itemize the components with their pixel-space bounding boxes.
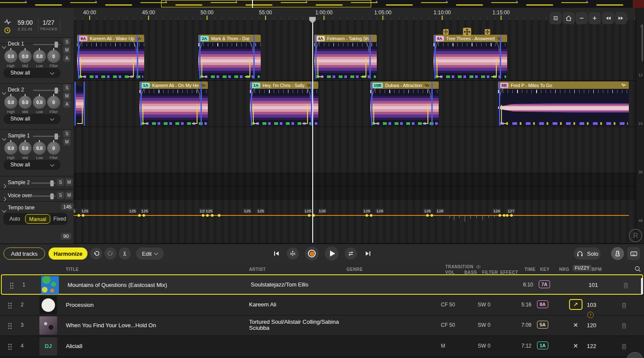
add-tracks-button[interactable]: Add tracks — [3, 247, 45, 260]
delete-track-button[interactable] — [620, 322, 628, 329]
fade-bracket[interactable] — [80, 58, 86, 77]
timeline-lanes[interactable]: 9AKareem Ali - Wake Up2AMark & Thom - Da… — [74, 20, 636, 243]
clip-header[interactable]: 1AHey, I'm Chris - Sally — [250, 81, 318, 89]
fuzzy-status[interactable]: ↗ — [569, 299, 583, 310]
redo-button[interactable] — [104, 247, 117, 260]
clip-header[interactable]: 2AMark & Thom - Dar — [198, 35, 261, 42]
button-s[interactable]: S — [57, 192, 64, 199]
button-s[interactable]: S — [63, 130, 71, 137]
delete-track-button[interactable] — [620, 301, 628, 309]
fade-bracket[interactable] — [192, 105, 197, 124]
clip-header[interactable]: 8BFred P - Miles To Go — [498, 81, 629, 89]
tempo-point[interactable] — [202, 214, 204, 217]
tempo-point[interactable] — [308, 214, 311, 217]
knob-mid[interactable]: 0.0 — [19, 142, 32, 155]
tempo-point[interactable] — [206, 214, 209, 217]
track-filter-dropdown[interactable]: Show all — [3, 114, 61, 124]
timeline-clip[interactable]: 2AMark & Thom - Dar — [198, 35, 261, 79]
col-nrg[interactable]: NRG — [559, 267, 569, 272]
timeline-clip[interactable] — [74, 81, 85, 126]
solo-button[interactable]: Solo — [574, 247, 601, 260]
fade-bracket[interactable] — [128, 58, 134, 77]
timeline-clip[interactable]: 1AHey, I'm Chris - Sally — [250, 81, 318, 126]
timeline-clip[interactable]: 9AKareem Ali - Wake Up — [77, 35, 144, 79]
tempo-mode-auto[interactable]: Auto — [5, 214, 24, 224]
col-bpm[interactable]: BPM — [592, 267, 602, 272]
knob-filter[interactable]: 0 — [47, 96, 60, 109]
clip-boundary[interactable] — [499, 81, 500, 126]
slider-handle[interactable] — [50, 180, 54, 186]
tempo-mode-fixed[interactable]: Fixed — [51, 214, 68, 224]
clip-boundary[interactable] — [315, 35, 317, 79]
fade-bracket[interactable] — [501, 105, 507, 124]
button-a[interactable]: A — [63, 55, 71, 62]
drag-handle[interactable] — [8, 322, 12, 329]
col-artist[interactable]: ARTIST — [249, 267, 266, 272]
tempo-mode-manual[interactable]: Manual — [25, 214, 50, 224]
track-filter-dropdown[interactable]: Show all — [3, 160, 61, 170]
move-handle-icon[interactable] — [443, 29, 449, 35]
fade-bracket[interactable] — [253, 105, 259, 124]
timeline-clip[interactable]: 8ATree Threes - Answered — [434, 35, 507, 79]
clip-boundary[interactable] — [84, 81, 85, 126]
fade-bracket[interactable] — [201, 58, 207, 77]
tempo-point[interactable] — [430, 214, 433, 217]
fade-bracket[interactable] — [437, 58, 442, 77]
fade-bracket[interactable] — [245, 58, 250, 77]
button-s[interactable]: S — [63, 84, 71, 91]
slider-handle[interactable] — [55, 42, 58, 48]
clip-boundary[interactable] — [137, 35, 138, 79]
fuzzy-match-button[interactable]: ↗ — [569, 299, 583, 310]
volume-slider[interactable] — [31, 195, 55, 197]
clip-header[interactable]: 4AFelmann - Taking Sh — [314, 35, 377, 42]
knob-filter[interactable]: 0 — [47, 50, 60, 63]
chevron-down-icon[interactable] — [3, 42, 6, 50]
tempo-point[interactable] — [211, 214, 214, 217]
chevron-down-icon[interactable] — [3, 134, 6, 142]
volume-slider[interactable] — [33, 44, 60, 45]
button-s[interactable]: S — [57, 179, 64, 186]
fast-forward-button[interactable] — [615, 12, 627, 24]
timeline-clip[interactable]: 8BFred P - Miles To Go — [498, 81, 629, 126]
fade-bracket[interactable] — [77, 105, 83, 124]
delete-track-button[interactable] — [620, 342, 628, 350]
drag-handle[interactable] — [10, 282, 13, 289]
knob-high[interactable]: 0.0 — [4, 96, 17, 109]
move-handle-icon[interactable] — [485, 29, 490, 35]
drag-handle[interactable] — [8, 302, 12, 309]
volume-slider[interactable] — [33, 90, 60, 91]
chevron-down-icon[interactable] — [3, 88, 6, 96]
chevron-right-icon[interactable] — [3, 182, 6, 189]
table-row[interactable]: 1Mountains of Questions (Eastcoast Mix)S… — [1, 274, 643, 295]
fuzzy-status[interactable]: ✕ — [569, 341, 583, 351]
timeline-clip[interactable]: 1AKareem Ali - On My Hea — [139, 81, 208, 126]
metronome-button[interactable] — [611, 247, 624, 260]
button-m[interactable]: M — [63, 138, 71, 146]
knob-mid[interactable]: 0.0 — [19, 50, 32, 63]
timeline-scrollbar[interactable] — [641, 24, 643, 61]
tempo-point[interactable] — [142, 214, 145, 217]
col-genre[interactable]: GENRE — [346, 267, 363, 272]
tempo-max-value[interactable]: 145 — [61, 203, 74, 210]
button-m[interactable]: M — [63, 92, 71, 100]
tempo-point[interactable] — [370, 214, 372, 217]
fade-bracket[interactable] — [373, 105, 379, 124]
timeline-clip[interactable]: 10BDukwa - Attraction — [370, 81, 439, 126]
fade-bracket[interactable] — [317, 58, 323, 77]
knob-high[interactable]: 0.0 — [4, 50, 17, 63]
search-icon[interactable] — [634, 265, 641, 273]
volume-slider[interactable] — [33, 136, 60, 137]
table-row[interactable]: 2ProcessionKareem AliCF 50SW 05:168A↗103… — [0, 295, 644, 316]
drag-handle[interactable] — [8, 343, 12, 350]
knob-low[interactable]: 0.0 — [33, 50, 46, 63]
col-fuzzy[interactable]: FUZZY — [573, 266, 592, 270]
clip-boundary[interactable] — [74, 81, 76, 126]
fuzzy-status[interactable] — [570, 280, 584, 290]
delete-track-button[interactable] — [622, 281, 630, 289]
col-title[interactable]: TITLE — [66, 267, 79, 272]
chevron-down-icon[interactable] — [3, 206, 6, 214]
knob-high[interactable]: 0.0 — [4, 142, 17, 155]
button-s[interactable]: S — [63, 38, 71, 46]
minimap-playhead[interactable] — [252, 0, 253, 8]
zoom-in-button[interactable] — [589, 12, 601, 24]
